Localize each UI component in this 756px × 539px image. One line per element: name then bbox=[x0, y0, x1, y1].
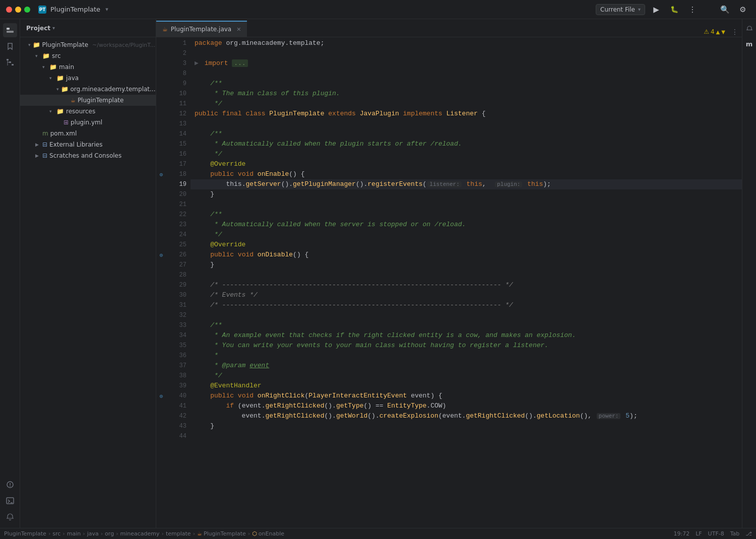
code-editor[interactable]: ⊙ ⊙ bbox=[156, 37, 756, 528]
gutter-l26-icon[interactable]: ⊙ bbox=[156, 250, 166, 260]
breadcrumb-sep-8: › bbox=[248, 530, 250, 537]
app-icon: PT bbox=[38, 6, 46, 14]
breadcrumb-method-item: ⬡ onEnable bbox=[252, 530, 284, 537]
run-config-selector[interactable]: Current File ▾ bbox=[596, 4, 645, 15]
tree-item-main[interactable]: ▾ 📁 main bbox=[20, 61, 156, 73]
status-encoding[interactable]: UTF-8 bbox=[708, 530, 724, 537]
debug-button[interactable]: 🐛 bbox=[667, 3, 681, 17]
tab-label: PluginTemplate.java bbox=[171, 26, 231, 33]
code-line-25: @Override bbox=[191, 240, 751, 250]
status-indent[interactable]: Tab bbox=[730, 530, 740, 537]
sidebar-icon-structure[interactable] bbox=[3, 55, 17, 70]
svg-rect-4 bbox=[12, 64, 14, 65]
breadcrumb-src[interactable]: src bbox=[52, 530, 60, 537]
status-line-ending[interactable]: LF bbox=[696, 530, 702, 537]
breadcrumb-sep-5: › bbox=[116, 530, 118, 537]
right-icon-notifications[interactable] bbox=[744, 23, 755, 34]
breadcrumb-class-item: ☕ PluginTemplate bbox=[197, 530, 246, 537]
tree-item-scratches[interactable]: ▶ ⊟ Scratches and Consoles bbox=[20, 150, 156, 161]
sidebar-icon-notifications[interactable] bbox=[3, 510, 17, 524]
sidebar-icon-bookmarks[interactable] bbox=[3, 39, 17, 53]
code-line-28 bbox=[191, 270, 751, 280]
code-line-14: /** bbox=[191, 129, 751, 139]
code-line-13 bbox=[191, 119, 751, 129]
code-line-16: */ bbox=[191, 149, 751, 159]
ln-29: 29 bbox=[166, 280, 186, 290]
status-git-icon[interactable]: ⎇ bbox=[745, 530, 752, 537]
gutter-l31 bbox=[156, 300, 166, 310]
breadcrumb-project[interactable]: PluginTemplate bbox=[4, 530, 46, 537]
breadcrumb-template[interactable]: template bbox=[166, 530, 191, 537]
tree-item-package[interactable]: ▾ 📁 org.mineacademy.templat... bbox=[20, 84, 156, 95]
warning-indicator[interactable]: ⚠ 4 ▲ ▼ bbox=[701, 27, 728, 36]
tree-item-label: plugin.yml bbox=[71, 119, 102, 126]
tree-item-external-libs[interactable]: ▶ ⊟ External Libraries bbox=[20, 139, 156, 150]
svg-rect-2 bbox=[7, 59, 9, 60]
gutter-l27 bbox=[156, 260, 166, 270]
ln-3: 3 bbox=[166, 58, 186, 69]
tab-plugin-template[interactable]: ☕ PluginTemplate.java ✕ bbox=[156, 21, 247, 37]
code-line-29: /* -------------------------------------… bbox=[191, 280, 751, 290]
tree-item-plugin-template[interactable]: ▾ ☕ PluginTemplate bbox=[20, 95, 156, 106]
breadcrumb-sep-6: › bbox=[162, 530, 164, 537]
window-controls bbox=[6, 7, 30, 13]
sidebar-icon-terminal[interactable] bbox=[3, 494, 17, 508]
breadcrumb-org[interactable]: org bbox=[105, 530, 114, 537]
tree-item-src[interactable]: ▾ 📁 src bbox=[20, 50, 156, 61]
code-line-41: if (event.getRightClicked().getType() ==… bbox=[191, 401, 751, 411]
ln-21: 21 bbox=[166, 199, 186, 210]
scratches-icon: ⊟ bbox=[42, 152, 47, 159]
code-line-43: } bbox=[191, 421, 751, 431]
gutter-l40-icon[interactable]: ⊙ bbox=[156, 391, 166, 401]
tree-item-root[interactable]: ▾ 📁 PluginTemplate ~/workspace/PluginT..… bbox=[20, 39, 156, 50]
code-line-15: * Automatically called when the plugin s… bbox=[191, 139, 751, 149]
settings-button[interactable]: ⚙ bbox=[736, 3, 750, 17]
tree-item-java[interactable]: ▾ 📁 java bbox=[20, 73, 156, 84]
ln-18: 18 bbox=[166, 169, 186, 179]
breadcrumb-sep-3: › bbox=[83, 530, 85, 537]
close-button[interactable] bbox=[6, 7, 12, 13]
project-header: Project ▾ bbox=[20, 19, 156, 37]
code-line-26: public void onDisable() { bbox=[191, 250, 751, 260]
breadcrumb-main[interactable]: main bbox=[67, 530, 81, 537]
warning-up-chevron-icon[interactable]: ▲ bbox=[716, 29, 720, 35]
status-position[interactable]: 19:72 bbox=[673, 530, 689, 537]
maximize-button[interactable] bbox=[24, 7, 30, 13]
ln-19: 19 bbox=[166, 179, 186, 189]
search-everywhere-button[interactable]: 🔍 bbox=[718, 3, 732, 17]
run-button[interactable]: ▶ bbox=[649, 3, 663, 17]
code-line-31: /* -------------------------------------… bbox=[191, 300, 751, 310]
gutter-l12 bbox=[156, 109, 166, 119]
right-icon-m[interactable]: m bbox=[744, 38, 755, 49]
gutter-l18-icon[interactable]: ⊙ bbox=[156, 169, 166, 179]
code-line-3: ▶ import ... bbox=[191, 58, 751, 69]
breadcrumb-sep-4: › bbox=[101, 530, 103, 537]
breadcrumb-class[interactable]: PluginTemplate bbox=[204, 530, 246, 537]
more-actions-button[interactable]: ⋮ bbox=[685, 3, 700, 17]
svg-rect-1 bbox=[7, 31, 14, 33]
gutter-l10 bbox=[156, 89, 166, 99]
tree-item-pom[interactable]: ▾ m pom.xml bbox=[20, 128, 156, 139]
code-line-12: public final class PluginTemplate extend… bbox=[191, 109, 751, 119]
tree-item-resources[interactable]: ▾ 📁 resources bbox=[20, 106, 156, 117]
breadcrumb-java[interactable]: java bbox=[87, 530, 99, 537]
code-content[interactable]: package org.mineacademy.template; ▶ impo… bbox=[191, 37, 751, 528]
tab-close-button[interactable]: ✕ bbox=[236, 26, 241, 33]
project-header-chevron-icon: ▾ bbox=[52, 25, 55, 31]
tree-chevron-icon: ▾ bbox=[42, 64, 47, 70]
sidebar-icon-problems[interactable]: ! bbox=[3, 478, 17, 492]
minimize-button[interactable] bbox=[15, 7, 21, 13]
ln-31: 31 bbox=[166, 300, 186, 310]
tree-item-plugin-yml[interactable]: ▾ ⊞ plugin.yml bbox=[20, 117, 156, 128]
sidebar-icon-project[interactable] bbox=[3, 23, 17, 37]
warning-count: 4 bbox=[711, 28, 715, 35]
warning-down-chevron-icon[interactable]: ▼ bbox=[721, 29, 725, 35]
code-line-8 bbox=[191, 69, 751, 79]
editor-more-button[interactable]: ⋮ bbox=[730, 27, 739, 37]
gutter-l33 bbox=[156, 320, 166, 330]
status-bar: PluginTemplate › src › main › java › org… bbox=[0, 528, 756, 539]
ln-13: 13 bbox=[166, 119, 186, 129]
ln-36: 36 bbox=[166, 351, 186, 361]
breadcrumb-method[interactable]: onEnable bbox=[259, 530, 284, 537]
breadcrumb-mineacademy[interactable]: mineacademy bbox=[120, 530, 160, 537]
